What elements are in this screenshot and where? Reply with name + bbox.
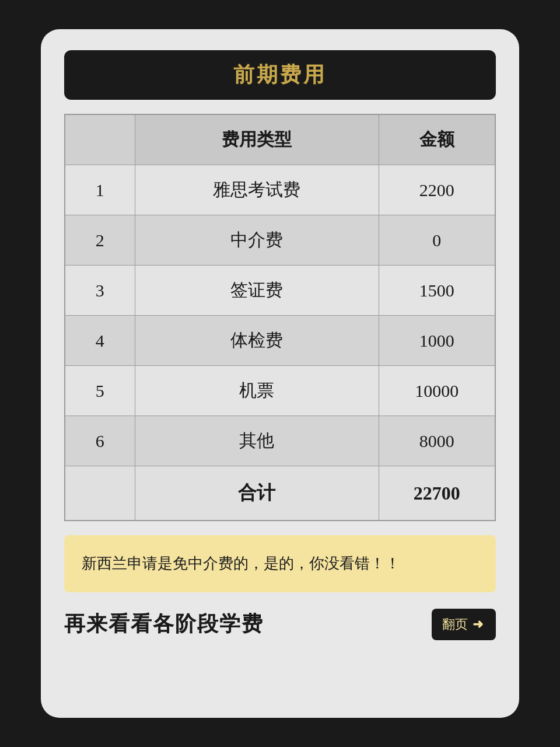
row-amount: 1500	[379, 266, 495, 316]
row-num: 4	[65, 316, 135, 366]
table-row: 4 体检费 1000	[65, 316, 495, 366]
row-type: 其他	[135, 416, 379, 466]
main-card: 前期费用 费用类型 金额 1 雅思考试费 2200 2 中介费 0 3 签证费	[41, 29, 519, 718]
table-row: 3 签证费 1500	[65, 266, 495, 316]
row-amount: 8000	[379, 416, 495, 466]
row-num: 1	[65, 165, 135, 215]
flip-label: 翻页	[442, 616, 468, 633]
row-type: 中介费	[135, 215, 379, 266]
row-amount: 2200	[379, 165, 495, 215]
notice-text: 新西兰申请是免中介费的，是的，你没看错！！	[82, 551, 478, 576]
col-header-amount: 金额	[379, 114, 495, 165]
col-header-type: 费用类型	[135, 114, 379, 165]
bottom-section: 再来看看各阶段学费 翻页 ➜	[64, 606, 496, 643]
table-section: 费用类型 金额 1 雅思考试费 2200 2 中介费 0 3 签证费 1500 …	[64, 114, 496, 521]
total-label: 合计	[135, 466, 379, 521]
title-bar: 前期费用	[64, 50, 496, 100]
row-amount: 1000	[379, 316, 495, 366]
bottom-text: 再来看看各阶段学费	[64, 610, 264, 638]
row-num: 3	[65, 266, 135, 316]
table-row: 1 雅思考试费 2200	[65, 165, 495, 215]
arrow-right-icon: ➜	[473, 617, 483, 632]
total-empty	[65, 466, 135, 521]
total-amount: 22700	[379, 466, 495, 521]
row-amount: 0	[379, 215, 495, 266]
row-type: 体检费	[135, 316, 379, 366]
row-type: 机票	[135, 366, 379, 416]
row-num: 2	[65, 215, 135, 266]
notice-box: 新西兰申请是免中介费的，是的，你没看错！！	[64, 535, 496, 592]
row-num: 6	[65, 416, 135, 466]
flip-button[interactable]: 翻页 ➜	[432, 609, 496, 640]
table-row: 6 其他 8000	[65, 416, 495, 466]
row-num: 5	[65, 366, 135, 416]
row-type: 雅思考试费	[135, 165, 379, 215]
table-row: 5 机票 10000	[65, 366, 495, 416]
col-header-num	[65, 114, 135, 165]
table-row: 2 中介费 0	[65, 215, 495, 266]
fees-table: 费用类型 金额 1 雅思考试费 2200 2 中介费 0 3 签证费 1500 …	[64, 114, 496, 521]
total-row: 合计 22700	[65, 466, 495, 521]
row-type: 签证费	[135, 266, 379, 316]
row-amount: 10000	[379, 366, 495, 416]
page-title: 前期费用	[233, 63, 327, 86]
